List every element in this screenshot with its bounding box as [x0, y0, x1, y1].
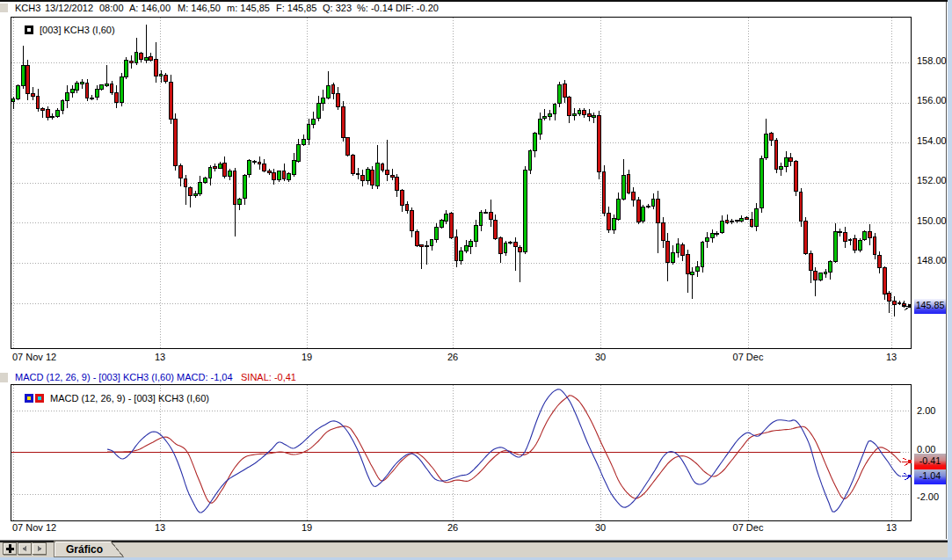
svg-text:m: 145,85: m: 145,85: [227, 3, 270, 13]
svg-text:08:00: 08:00: [99, 3, 124, 13]
svg-text:156.00: 156.00: [917, 95, 947, 105]
svg-text:07 Nov 12: 07 Nov 12: [12, 522, 56, 533]
svg-text:0.00: 0.00: [917, 444, 935, 455]
svg-text:MACD (12, 26, 9) - [003] KCH3: MACD (12, 26, 9) - [003] KCH3 (I,60): [50, 393, 209, 404]
svg-text:%: -0.14: %: -0.14: [357, 3, 393, 13]
svg-text:13: 13: [155, 352, 165, 362]
svg-text:07 Dec: 07 Dec: [733, 522, 764, 533]
svg-text:19: 19: [302, 522, 312, 533]
svg-text:19: 19: [302, 352, 312, 362]
svg-text:13: 13: [155, 522, 165, 533]
svg-text:-0.41: -0.41: [919, 455, 941, 466]
svg-text:-2.00: -2.00: [917, 491, 939, 502]
svg-text:M: 146,50: M: 146,50: [178, 3, 221, 13]
svg-text:30: 30: [595, 352, 606, 362]
svg-text:152.00: 152.00: [917, 175, 947, 185]
svg-text:F: 145,85: F: 145,85: [276, 3, 316, 13]
svg-text:Q: 323: Q: 323: [323, 3, 352, 13]
svg-text:SINAL: -0,41: SINAL: -0,41: [241, 372, 296, 382]
svg-text:MACD (12, 26, 9) - [003] KCH3: MACD (12, 26, 9) - [003] KCH3 (I,60) MAC…: [15, 372, 233, 382]
svg-text:13: 13: [886, 522, 897, 533]
svg-text:30: 30: [595, 522, 606, 533]
svg-text:158.00: 158.00: [917, 55, 947, 66]
svg-text:145.85: 145.85: [916, 300, 945, 310]
svg-text:DIF: -0.20: DIF: -0.20: [396, 3, 439, 13]
svg-text:148.00: 148.00: [917, 255, 947, 265]
svg-text:07 Nov 12: 07 Nov 12: [12, 352, 56, 362]
svg-text:A: 146,00: A: 146,00: [129, 3, 171, 13]
svg-text:13/12/2012: 13/12/2012: [45, 3, 93, 13]
svg-text:2.00: 2.00: [917, 405, 935, 416]
svg-text:26: 26: [447, 352, 458, 362]
svg-text:Gráfico: Gráfico: [66, 543, 103, 556]
svg-text:-1.04: -1.04: [919, 470, 941, 481]
svg-text:13: 13: [886, 352, 897, 362]
svg-text:150.00: 150.00: [917, 215, 947, 226]
svg-text:[003] KCH3 (I,60): [003] KCH3 (I,60): [40, 25, 115, 35]
svg-text:26: 26: [447, 522, 458, 533]
svg-text:07 Dec: 07 Dec: [733, 352, 764, 362]
svg-text:KCH3: KCH3: [15, 3, 40, 13]
svg-text:154.00: 154.00: [917, 135, 947, 146]
